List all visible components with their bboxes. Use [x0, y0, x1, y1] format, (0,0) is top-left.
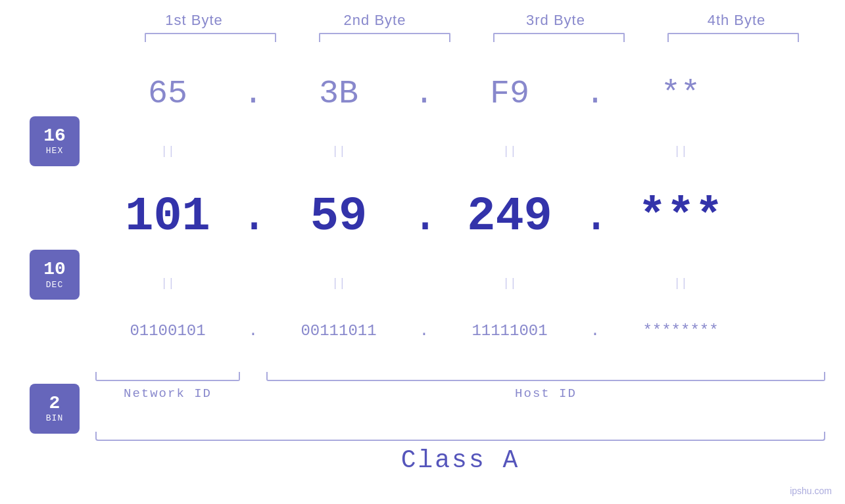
label-spacer — [240, 386, 266, 401]
byte-header-4: 4th Byte — [664, 12, 809, 29]
hex-number: 16 — [43, 126, 66, 147]
dec-dot-3: . — [582, 190, 608, 244]
dec-dot-2: . — [411, 190, 437, 244]
main-container: 1st Byte 2nd Byte 3rd Byte 4th Byte 16 H… — [0, 0, 845, 504]
byte-header-2: 2nd Byte — [302, 12, 447, 29]
bin-dot-1: . — [240, 322, 266, 340]
bottom-bracket-section: Network ID Host ID — [89, 369, 832, 401]
bracket-4 — [667, 33, 799, 42]
bin-val-3: 11111001 — [437, 322, 582, 340]
bin-val-4: ******** — [608, 322, 753, 340]
watermark: ipshu.com — [790, 486, 832, 496]
network-id-label: Network ID — [95, 386, 240, 401]
class-bracket — [95, 432, 825, 441]
bin-row: 01100101 . 00111011 . 11111001 . *******… — [89, 322, 832, 340]
values-area: 65 . 3B . F9 . ** || || || || 101 — [89, 45, 845, 504]
bracket-1 — [145, 33, 276, 42]
host-bracket — [266, 372, 825, 381]
id-labels: Network ID Host ID — [95, 386, 825, 401]
dec-val-2: 59 — [266, 190, 411, 244]
hex-val-4: ** — [608, 75, 753, 112]
bin-val-2: 00111011 — [266, 322, 411, 340]
hex-badge: 16 HEX — [30, 116, 80, 166]
eq-1-4: || — [608, 145, 753, 158]
bin-dot-3: . — [582, 322, 608, 340]
eq-2-2: || — [266, 277, 411, 290]
class-label: Class A — [95, 446, 825, 474]
hex-row: 65 . 3B . F9 . ** — [89, 75, 832, 112]
host-id-label: Host ID — [266, 386, 825, 401]
hex-label: HEX — [46, 146, 63, 156]
hex-val-3: F9 — [437, 75, 582, 112]
bracket-2 — [319, 33, 450, 42]
eq-row-1: || || || || — [89, 142, 832, 160]
dec-val-1: 101 — [95, 190, 240, 244]
dec-row: 101 . 59 . 249 . *** — [89, 190, 832, 244]
dec-val-4: *** — [608, 190, 753, 244]
byte-header-3: 3rd Byte — [483, 12, 628, 29]
bin-badge: 2 BIN — [30, 384, 80, 434]
eq-1-2: || — [266, 145, 411, 158]
eq-row-2: || || || || — [89, 274, 832, 292]
bin-label: BIN — [46, 413, 63, 423]
content-area: 16 HEX 10 DEC 2 BIN 65 . 3B . F9 . ** — [0, 45, 845, 504]
hex-dot-2: . — [411, 75, 437, 112]
hex-dot-3: . — [582, 75, 608, 112]
top-brackets — [124, 33, 821, 42]
base-badges: 16 HEX 10 DEC 2 BIN — [0, 45, 89, 504]
eq-2-1: || — [95, 277, 240, 290]
eq-2-4: || — [608, 277, 753, 290]
bin-val-1: 01100101 — [95, 322, 240, 340]
dec-badge: 10 DEC — [30, 250, 80, 300]
network-bracket — [95, 372, 240, 381]
dec-number: 10 — [43, 260, 66, 280]
dec-label: DEC — [46, 280, 63, 290]
class-section: Class A — [89, 432, 832, 474]
bracket-3 — [493, 33, 625, 42]
byte-header-1: 1st Byte — [122, 12, 266, 29]
bin-dot-2: . — [411, 322, 437, 340]
dec-dot-1: . — [240, 190, 266, 244]
hex-val-2: 3B — [266, 75, 411, 112]
dec-val-3: 249 — [437, 190, 582, 244]
eq-1-1: || — [95, 145, 240, 158]
bottom-brackets — [95, 369, 825, 381]
bin-number: 2 — [49, 394, 60, 414]
eq-1-3: || — [437, 145, 582, 158]
hex-val-1: 65 — [95, 75, 240, 112]
hex-dot-1: . — [240, 75, 266, 112]
byte-headers: 1st Byte 2nd Byte 3rd Byte 4th Byte — [104, 12, 827, 29]
eq-2-3: || — [437, 277, 582, 290]
